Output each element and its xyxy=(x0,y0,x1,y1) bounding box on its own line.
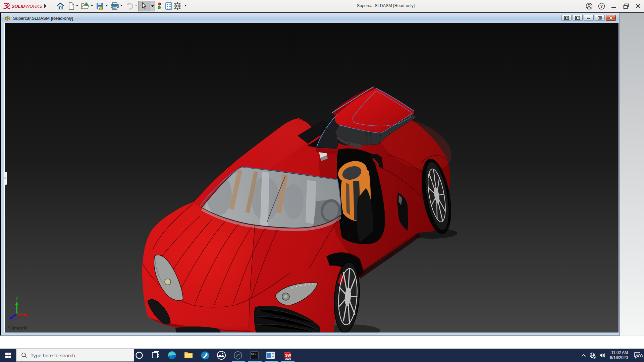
solidworks-logo: SOLIDWORKS xyxy=(3,2,42,10)
globe-no-internet-icon xyxy=(589,352,596,359)
new-document-button[interactable] xyxy=(66,1,77,11)
new-document-dropdown-arrow[interactable] xyxy=(76,5,78,6)
taskbar-edge[interactable] xyxy=(164,349,180,362)
collapse-left-pane-button[interactable] xyxy=(561,15,572,21)
taskbar-task-view[interactable] xyxy=(148,349,164,362)
car-model: Y xyxy=(5,23,619,333)
select-cursor-icon xyxy=(141,2,148,10)
search-icon xyxy=(21,352,27,358)
gear-icon xyxy=(173,2,182,10)
document-title: Supercar.SLDASM [Read-only] xyxy=(13,16,73,21)
document-close-button[interactable] xyxy=(606,15,616,21)
windows-logo-icon xyxy=(5,353,11,358)
expand-toolbar-arrow-icon[interactable] xyxy=(44,4,47,8)
user-icon xyxy=(586,3,593,10)
tray-expand-button[interactable] xyxy=(580,354,588,357)
tray-volume-button[interactable] xyxy=(597,352,607,358)
speaker-icon xyxy=(599,352,606,358)
mdi-background xyxy=(620,13,644,336)
open-icon xyxy=(81,2,90,10)
assembly-icon xyxy=(5,15,10,21)
triad-y-label: Y xyxy=(15,296,18,301)
save-icon xyxy=(96,2,104,10)
taskbar-command-prompt[interactable]: C:\_ xyxy=(246,349,262,362)
document-restore-icon xyxy=(597,16,602,20)
select-tool-button[interactable] xyxy=(138,1,155,11)
traffic-light-icon xyxy=(157,2,162,10)
taskbar-settings-tool[interactable] xyxy=(197,349,213,362)
open-dropdown-arrow[interactable] xyxy=(91,5,93,6)
login-button[interactable] xyxy=(584,3,594,9)
open-button[interactable] xyxy=(79,1,91,11)
search-input[interactable] xyxy=(31,353,114,358)
notification-badge: 2 xyxy=(638,354,643,358)
document-close-icon xyxy=(609,16,613,20)
print-dropdown-arrow[interactable] xyxy=(120,5,123,6)
ds-logo-icon xyxy=(3,2,10,10)
taskbar-search[interactable] xyxy=(16,349,134,362)
tray-network-button[interactable] xyxy=(588,352,597,359)
home-button[interactable] xyxy=(55,1,66,11)
svg-text:C:\_: C:\_ xyxy=(251,352,258,355)
new-document-icon xyxy=(68,2,75,10)
svg-text:SW: SW xyxy=(285,353,291,357)
brand-bold: SOLID xyxy=(11,4,25,9)
document-minimize-icon xyxy=(586,16,591,20)
options-button[interactable] xyxy=(172,1,183,11)
clock-date: 9/16/2020 xyxy=(610,355,628,360)
taskbar-edrawings[interactable] xyxy=(230,349,246,362)
collapse-right-pane-button[interactable] xyxy=(573,15,583,21)
close-icon xyxy=(635,3,641,9)
hexagon-app-icon xyxy=(233,351,243,360)
close-button[interactable] xyxy=(633,3,643,9)
help-icon: ? xyxy=(598,3,605,10)
undo-dropdown-arrow[interactable] xyxy=(135,5,138,6)
svg-text:2020: 2020 xyxy=(285,357,291,360)
help-button[interactable]: ? xyxy=(596,3,606,9)
save-dropdown-arrow[interactable] xyxy=(105,5,108,6)
minimize-icon xyxy=(611,3,617,9)
print-button[interactable] xyxy=(109,1,120,11)
status-bar xyxy=(0,336,644,349)
task-view-icon xyxy=(151,351,160,360)
taskbar: C:\_ SW 2020 xyxy=(0,349,644,362)
undo-icon xyxy=(125,2,134,10)
feature-tree-collapse-tab[interactable] xyxy=(4,172,7,185)
tray-notifications-button[interactable]: 2 xyxy=(631,352,644,359)
taskbar-photos[interactable] xyxy=(213,349,229,362)
document-restore-button[interactable] xyxy=(595,15,605,21)
collapse-right-pane-icon xyxy=(575,16,580,20)
view-orientation-label: *Dimetric xyxy=(8,325,28,330)
tray-clock[interactable]: 11:02 AM 9/16/2020 xyxy=(610,350,628,360)
chevron-up-icon xyxy=(581,354,586,357)
save-button[interactable] xyxy=(94,1,106,11)
start-button[interactable] xyxy=(0,349,16,362)
restore-icon xyxy=(623,3,629,9)
taskbar-file-explorer[interactable] xyxy=(180,349,197,362)
taskbar-remote-app[interactable] xyxy=(263,349,279,362)
brand-light: WORKS xyxy=(25,4,42,9)
print-icon xyxy=(110,2,119,10)
command-prompt-icon: C:\_ xyxy=(250,351,259,360)
clock-time: 11:02 AM xyxy=(610,350,628,355)
graphics-viewport[interactable]: Y *Dimetric xyxy=(4,23,619,333)
document-titlebar[interactable]: Supercar.SLDASM [Read-only] xyxy=(1,13,619,23)
solidworks-2020-icon: SW 2020 xyxy=(282,350,292,360)
taskbar-cortana[interactable] xyxy=(131,349,147,362)
photos-icon xyxy=(217,351,226,360)
wrench-circle-icon xyxy=(201,351,210,360)
cortana-icon xyxy=(135,351,144,360)
undo-button[interactable] xyxy=(124,1,135,11)
tab-dot-icon xyxy=(4,177,6,179)
options-dropdown-arrow[interactable] xyxy=(184,5,187,6)
window-app-icon xyxy=(266,351,275,359)
home-icon xyxy=(56,2,64,10)
document-window: Supercar.SLDASM [Read-only] xyxy=(1,13,620,336)
edge-icon xyxy=(167,351,177,360)
document-minimize-button[interactable] xyxy=(584,15,594,21)
minimize-button[interactable] xyxy=(609,3,619,9)
taskbar-solidworks[interactable]: SW 2020 xyxy=(279,349,295,362)
app-title: Supercar.SLDASM [Read-only] xyxy=(345,3,426,8)
collapse-left-pane-icon xyxy=(564,16,569,20)
restore-button[interactable] xyxy=(621,3,631,9)
